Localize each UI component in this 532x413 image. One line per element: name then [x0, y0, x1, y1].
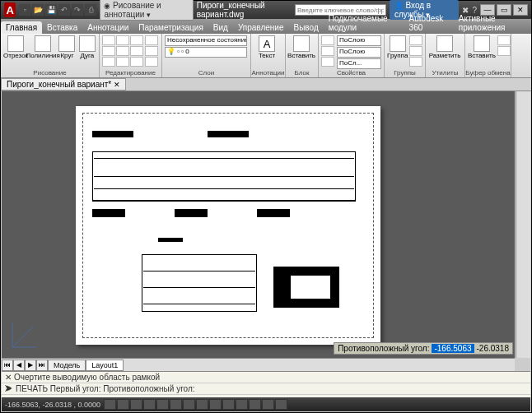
coordinates: -166.5063, -26.0318 , 0.0000: [5, 401, 100, 409]
status-bar: -166.5063, -26.0318 , 0.0000: [2, 397, 530, 411]
circle-button[interactable]: Круг: [58, 35, 76, 59]
text-button[interactable]: AТекст: [254, 35, 280, 59]
group-button[interactable]: Группа: [387, 35, 408, 59]
prompt-label: Противоположный угол:: [338, 344, 429, 353]
tab-express[interactable]: Активные приложения: [454, 12, 531, 34]
panel-block: Вставить Блок: [286, 34, 319, 77]
prompt-y-value: -26.0318: [477, 344, 509, 353]
paper-space: [76, 106, 380, 345]
ribbon: Главная Вставка Аннотации Параметризация…: [1, 19, 531, 78]
measure-button[interactable]: Разметить: [428, 35, 461, 59]
panel-properties-label: Свойства: [319, 69, 384, 77]
qat-print-icon[interactable]: ⎙: [85, 4, 96, 16]
qat-new-icon[interactable]: ▫: [19, 4, 30, 16]
line-button[interactable]: Отрезок: [3, 35, 28, 59]
panel-modify: Редактирование: [100, 34, 162, 77]
panel-utilities-label: Утилиты: [426, 69, 464, 77]
drawing-canvas[interactable]: [2, 91, 515, 358]
tab-view[interactable]: Вид: [208, 21, 233, 34]
panel-utilities: Разметить Утилиты: [426, 34, 465, 77]
polyline-button[interactable]: Полилиния: [30, 35, 56, 59]
panel-clipboard: Вставить Буфер обмена: [465, 34, 511, 77]
lineweight-combo[interactable]: ПоСлою: [337, 47, 381, 58]
vertical-scrollbar[interactable]: [516, 91, 530, 358]
tab-parametric[interactable]: Параметризация: [133, 21, 208, 34]
layer-state-combo[interactable]: Несохраненное состояние листа: [165, 35, 247, 46]
quick-access-toolbar: ▫ 📂 💾 ↶ ↷ ⎙: [19, 4, 96, 16]
tab-manage[interactable]: Управление: [233, 21, 289, 34]
dynamic-input-prompt: Противоположный угол: -166.5063 -26.0318: [334, 342, 513, 355]
linetype-combo[interactable]: ПоСл...: [337, 58, 381, 69]
status-toggles[interactable]: [104, 399, 287, 410]
cmd-prompt-icon: ⮞: [5, 384, 13, 393]
panel-groups-label: Группы: [385, 69, 425, 77]
cmd-input[interactable]: ПЕЧАТЬ Первый угол: Противоположный угол…: [16, 384, 195, 393]
paste-button[interactable]: Вставить: [468, 35, 496, 59]
insert-block-button[interactable]: Вставить: [288, 35, 315, 59]
arc-button[interactable]: Дуга: [78, 35, 96, 59]
panel-properties: ПоСлою ПоСлою ПоСл... Свойства: [319, 34, 385, 77]
panel-modify-label: Редактирование: [100, 69, 161, 77]
tab-plugins[interactable]: Подключаемые модули: [324, 12, 404, 34]
ribbon-tabs: Главная Вставка Аннотации Параметризация…: [1, 19, 531, 34]
tab-home[interactable]: Главная: [1, 21, 42, 34]
panel-layers-label: Слои: [162, 69, 250, 77]
layout1-tab[interactable]: Layout1: [86, 360, 124, 371]
app-logo[interactable]: A: [4, 2, 16, 17]
qat-redo-icon[interactable]: ↷: [72, 4, 83, 16]
panel-clipboard-label: Буфер обмена: [465, 69, 511, 77]
panel-layers: Несохраненное состояние листа 💡 ▫ ▫ 0 Сл…: [162, 34, 251, 77]
layer-combo[interactable]: 💡 ▫ ▫ 0: [165, 47, 247, 58]
cmd-history: Очертите выводимую область рамкой: [14, 373, 160, 382]
tab-output[interactable]: Вывод: [289, 21, 324, 34]
tab-insert[interactable]: Вставка: [42, 21, 82, 34]
document-tab[interactable]: Пироги_конечный вариант* ✕: [1, 78, 126, 90]
layout-tabs: ⏮◀▶⏭ Модель Layout1: [2, 358, 515, 371]
panel-block-label: Блок: [286, 69, 318, 77]
model-tab[interactable]: Модель: [48, 360, 86, 371]
qat-open-icon[interactable]: 📂: [32, 4, 44, 16]
tab-a360[interactable]: Autodesk 360: [404, 12, 454, 34]
panel-draw: Отрезок Полилиния Круг Дуга Рисование: [1, 34, 100, 77]
window-title: Пироги_конечный вариант.dwg: [197, 1, 292, 19]
modify-tools[interactable]: [102, 35, 143, 67]
panel-annotation-label: Аннотации: [251, 69, 285, 77]
panel-draw-label: Рисование: [1, 69, 99, 77]
color-combo[interactable]: ПоСлою: [337, 35, 381, 46]
tab-annotate[interactable]: Аннотации: [82, 21, 133, 34]
workspace-dropdown[interactable]: ◉ Рисование и аннотации ▾: [100, 0, 193, 21]
panel-annotation: AТекст Аннотации: [251, 34, 286, 77]
layout-nav[interactable]: ⏮◀▶⏭: [2, 360, 48, 371]
qat-undo-icon[interactable]: ↶: [58, 4, 70, 16]
panel-groups: Группа Группы: [385, 34, 426, 77]
ucs-icon: [8, 318, 41, 351]
prompt-x-value[interactable]: -166.5063: [432, 344, 474, 353]
cmd-close-icon[interactable]: ✕: [5, 373, 12, 382]
document-tabs: Пироги_конечный вариант* ✕: [1, 78, 531, 91]
qat-save-icon[interactable]: 💾: [45, 4, 57, 16]
command-line[interactable]: ✕Очертите выводимую область рамкой ⮞ПЕЧА…: [2, 371, 530, 397]
